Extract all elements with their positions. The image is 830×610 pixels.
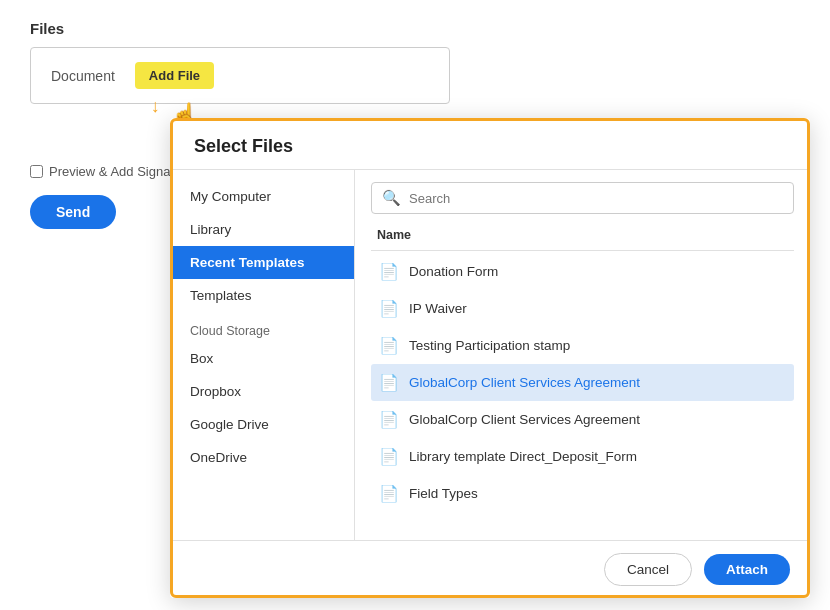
modal-body: My Computer Library Recent Templates Tem… bbox=[170, 170, 810, 540]
file-item-5[interactable]: 📄 Library template Direct_Deposit_Form bbox=[371, 438, 794, 475]
file-icon-0: 📄 bbox=[379, 262, 399, 281]
cancel-button[interactable]: Cancel bbox=[604, 553, 692, 586]
search-input[interactable] bbox=[409, 191, 783, 206]
file-item-0[interactable]: 📄 Donation Form bbox=[371, 253, 794, 290]
modal-title: Select Files bbox=[194, 136, 293, 156]
sidebar-item-library[interactable]: Library bbox=[170, 213, 354, 246]
orange-arrow-icon: ↓ bbox=[151, 96, 160, 117]
file-list: 📄 Donation Form 📄 IP Waiver 📄 Testing Pa… bbox=[371, 253, 794, 528]
search-icon: 🔍 bbox=[382, 189, 401, 207]
send-button[interactable]: Send bbox=[30, 195, 116, 229]
file-name-4: GlobalCorp Client Services Agreement bbox=[409, 412, 640, 427]
preview-checkbox[interactable] bbox=[30, 165, 43, 178]
file-icon-3: 📄 bbox=[379, 373, 399, 392]
files-row: Document Add File ☝ ↓ bbox=[30, 47, 450, 104]
modal-footer: Cancel Attach bbox=[170, 540, 810, 598]
file-icon-4: 📄 bbox=[379, 410, 399, 429]
files-section: Files Document Add File ☝ ↓ bbox=[30, 20, 800, 104]
file-name-6: Field Types bbox=[409, 486, 478, 501]
sidebar-item-box[interactable]: Box bbox=[170, 342, 354, 375]
file-item-1[interactable]: 📄 IP Waiver bbox=[371, 290, 794, 327]
file-name-2: Testing Participation stamp bbox=[409, 338, 570, 353]
select-files-modal: Select Files My Computer Library Recent … bbox=[170, 118, 810, 598]
preview-checkbox-label[interactable]: Preview & Add Signa bbox=[30, 164, 170, 179]
sidebar-item-onedrive[interactable]: OneDrive bbox=[170, 441, 354, 474]
content-area: 🔍 Name 📄 Donation Form 📄 IP Waiver 📄 Tes… bbox=[355, 170, 810, 540]
cloud-storage-label: Cloud Storage bbox=[170, 312, 354, 342]
file-item-3[interactable]: 📄 GlobalCorp Client Services Agreement bbox=[371, 364, 794, 401]
file-name-0: Donation Form bbox=[409, 264, 498, 279]
add-file-button[interactable]: Add File bbox=[135, 62, 214, 89]
file-name-1: IP Waiver bbox=[409, 301, 467, 316]
modal-header: Select Files bbox=[170, 118, 810, 170]
file-icon-6: 📄 bbox=[379, 484, 399, 503]
sidebar: My Computer Library Recent Templates Tem… bbox=[170, 170, 355, 540]
file-icon-1: 📄 bbox=[379, 299, 399, 318]
attach-button[interactable]: Attach bbox=[704, 554, 790, 585]
document-label: Document bbox=[51, 68, 115, 84]
file-item-6[interactable]: 📄 Field Types bbox=[371, 475, 794, 512]
file-item-4[interactable]: 📄 GlobalCorp Client Services Agreement bbox=[371, 401, 794, 438]
sidebar-item-my-computer[interactable]: My Computer bbox=[170, 180, 354, 213]
column-header-name: Name bbox=[371, 224, 794, 251]
file-icon-5: 📄 bbox=[379, 447, 399, 466]
file-name-3: GlobalCorp Client Services Agreement bbox=[409, 375, 640, 390]
sidebar-item-templates[interactable]: Templates bbox=[170, 279, 354, 312]
file-item-2[interactable]: 📄 Testing Participation stamp bbox=[371, 327, 794, 364]
file-icon-2: 📄 bbox=[379, 336, 399, 355]
files-title: Files bbox=[30, 20, 800, 37]
sidebar-item-recent-templates[interactable]: Recent Templates bbox=[170, 246, 354, 279]
file-name-5: Library template Direct_Deposit_Form bbox=[409, 449, 637, 464]
search-bar: 🔍 bbox=[371, 182, 794, 214]
sidebar-item-google-drive[interactable]: Google Drive bbox=[170, 408, 354, 441]
sidebar-item-dropbox[interactable]: Dropbox bbox=[170, 375, 354, 408]
preview-label: Preview & Add Signa bbox=[49, 164, 170, 179]
